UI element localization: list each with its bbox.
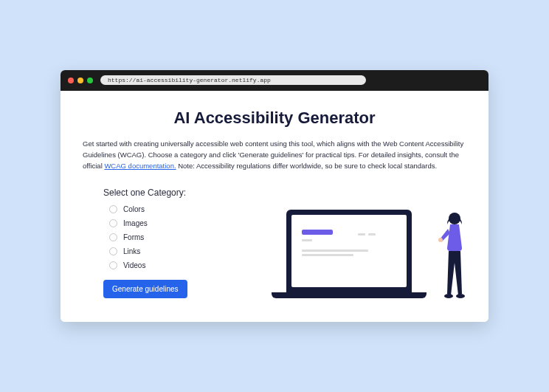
page-content: AI Accessibility Generator Get started w… [61, 91, 488, 323]
category-heading: Select one Category: [103, 188, 214, 198]
page-description: Get started with creating universally ac… [83, 138, 466, 172]
radio-label: Links [123, 247, 140, 255]
category-radio-group: Colors Images Forms Links [103, 205, 214, 269]
radio-label: Videos [123, 261, 145, 269]
close-icon[interactable] [68, 78, 74, 83]
hero-illustration [232, 188, 466, 298]
svg-point-3 [456, 294, 465, 298]
window-controls [68, 78, 93, 83]
radio-option-images[interactable]: Images [109, 219, 214, 227]
radio-icon [109, 247, 117, 255]
minimize-icon[interactable] [77, 78, 83, 83]
browser-window: https://ai-accessibility-generator.netli… [61, 70, 488, 323]
radio-label: Forms [123, 233, 144, 241]
radio-icon [109, 233, 117, 241]
laptop-icon [272, 210, 427, 298]
description-text-2: Note: Accessibility regulations differ w… [178, 162, 437, 170]
svg-point-1 [438, 238, 443, 242]
radio-option-videos[interactable]: Videos [109, 261, 214, 269]
generate-guidelines-button[interactable]: Generate guidelines [103, 280, 187, 298]
main-row: Select one Category: Colors Images Forms [83, 188, 466, 298]
wcag-documentation-link[interactable]: WCAG documentation. [104, 162, 176, 170]
svg-point-2 [444, 294, 453, 298]
maximize-icon[interactable] [87, 78, 93, 83]
radio-icon [109, 219, 117, 227]
browser-titlebar: https://ai-accessibility-generator.netli… [61, 70, 488, 91]
radio-option-forms[interactable]: Forms [109, 233, 214, 241]
radio-option-links[interactable]: Links [109, 247, 214, 255]
radio-option-colors[interactable]: Colors [109, 205, 214, 213]
person-illustration [437, 211, 472, 298]
address-bar[interactable]: https://ai-accessibility-generator.netli… [100, 75, 366, 85]
page-title: AI Accessibility Generator [83, 109, 466, 128]
radio-icon [109, 205, 117, 213]
radio-label: Colors [123, 205, 145, 213]
category-section: Select one Category: Colors Images Forms [103, 188, 214, 298]
radio-label: Images [123, 219, 148, 227]
radio-icon [109, 261, 117, 269]
